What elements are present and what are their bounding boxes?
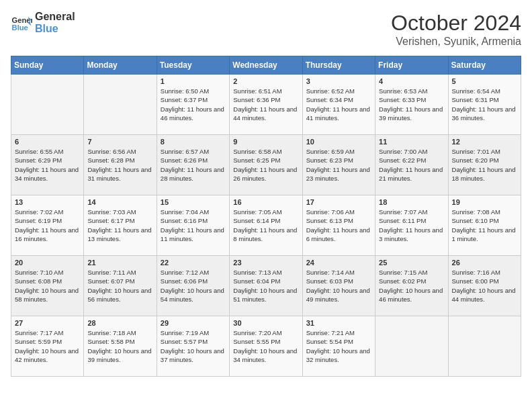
day-number: 23 xyxy=(233,259,298,267)
cell-info: Sunrise: 7:20 AM Sunset: 5:55 PM Dayligh… xyxy=(233,328,298,364)
day-number: 31 xyxy=(306,319,371,327)
cell-info: Sunrise: 6:55 AM Sunset: 6:29 PM Dayligh… xyxy=(15,147,80,183)
svg-text:Blue: Blue xyxy=(12,24,28,32)
day-number: 18 xyxy=(379,198,444,206)
cell-info: Sunrise: 7:05 AM Sunset: 6:14 PM Dayligh… xyxy=(233,208,298,243)
day-number: 20 xyxy=(15,259,80,267)
day-number: 16 xyxy=(233,198,298,206)
logo: General Blue General Blue xyxy=(11,11,75,34)
cell-info: Sunrise: 7:03 AM Sunset: 6:17 PM Dayligh… xyxy=(87,208,152,243)
day-number: 8 xyxy=(161,138,226,146)
logo-icon: General Blue xyxy=(11,12,32,34)
day-number: 14 xyxy=(87,198,152,206)
day-header-wednesday: Wednesday xyxy=(230,56,302,75)
calendar-cell xyxy=(375,316,448,377)
cell-info: Sunrise: 7:15 AM Sunset: 6:02 PM Dayligh… xyxy=(379,268,444,304)
cell-info: Sunrise: 7:17 AM Sunset: 5:59 PM Dayligh… xyxy=(15,328,80,364)
day-header-saturday: Saturday xyxy=(448,56,521,75)
cell-info: Sunrise: 6:57 AM Sunset: 6:26 PM Dayligh… xyxy=(161,147,226,183)
day-number: 9 xyxy=(233,138,298,146)
location-subtitle: Verishen, Syunik, Armenia xyxy=(391,36,521,48)
page-header: General Blue General Blue October 2024 V… xyxy=(11,11,521,48)
cell-info: Sunrise: 7:13 AM Sunset: 6:04 PM Dayligh… xyxy=(233,268,298,304)
day-number: 26 xyxy=(452,259,517,267)
calendar-cell: 30Sunrise: 7:20 AM Sunset: 5:55 PM Dayli… xyxy=(230,316,302,377)
day-number: 1 xyxy=(161,77,226,85)
week-row-4: 20Sunrise: 7:10 AM Sunset: 6:08 PM Dayli… xyxy=(11,256,521,316)
day-number: 22 xyxy=(161,259,226,267)
cell-info: Sunrise: 6:50 AM Sunset: 6:37 PM Dayligh… xyxy=(161,87,226,122)
calendar-cell: 5Sunrise: 6:54 AM Sunset: 6:31 PM Daylig… xyxy=(448,75,521,135)
cell-info: Sunrise: 7:08 AM Sunset: 6:10 PM Dayligh… xyxy=(452,208,517,243)
calendar-cell: 8Sunrise: 6:57 AM Sunset: 6:26 PM Daylig… xyxy=(157,135,229,195)
cell-info: Sunrise: 7:07 AM Sunset: 6:11 PM Dayligh… xyxy=(379,208,444,243)
calendar-cell: 17Sunrise: 7:06 AM Sunset: 6:13 PM Dayli… xyxy=(302,195,375,256)
cell-info: Sunrise: 7:14 AM Sunset: 6:03 PM Dayligh… xyxy=(306,268,371,304)
cell-info: Sunrise: 6:52 AM Sunset: 6:34 PM Dayligh… xyxy=(306,87,371,122)
day-number: 6 xyxy=(15,138,80,146)
day-number: 10 xyxy=(306,138,371,146)
calendar-cell: 25Sunrise: 7:15 AM Sunset: 6:02 PM Dayli… xyxy=(375,256,448,316)
calendar-table: SundayMondayTuesdayWednesdayThursdayFrid… xyxy=(11,56,521,377)
calendar-cell: 28Sunrise: 7:18 AM Sunset: 5:58 PM Dayli… xyxy=(84,316,157,377)
cell-info: Sunrise: 7:21 AM Sunset: 5:54 PM Dayligh… xyxy=(306,328,371,364)
calendar-cell: 3Sunrise: 6:52 AM Sunset: 6:34 PM Daylig… xyxy=(302,75,375,135)
cell-info: Sunrise: 6:51 AM Sunset: 6:36 PM Dayligh… xyxy=(233,87,298,122)
day-number: 30 xyxy=(233,319,298,327)
day-number: 5 xyxy=(452,77,517,85)
calendar-cell: 11Sunrise: 7:00 AM Sunset: 6:22 PM Dayli… xyxy=(375,135,448,195)
cell-info: Sunrise: 6:56 AM Sunset: 6:28 PM Dayligh… xyxy=(87,147,152,183)
day-header-monday: Monday xyxy=(84,56,157,75)
calendar-cell: 12Sunrise: 7:01 AM Sunset: 6:20 PM Dayli… xyxy=(448,135,521,195)
calendar-cell: 22Sunrise: 7:12 AM Sunset: 6:06 PM Dayli… xyxy=(157,256,229,316)
calendar-cell: 6Sunrise: 6:55 AM Sunset: 6:29 PM Daylig… xyxy=(11,135,84,195)
calendar-body: 1Sunrise: 6:50 AM Sunset: 6:37 PM Daylig… xyxy=(11,75,521,377)
calendar-cell: 20Sunrise: 7:10 AM Sunset: 6:08 PM Dayli… xyxy=(11,256,84,316)
calendar-cell: 29Sunrise: 7:19 AM Sunset: 5:57 PM Dayli… xyxy=(157,316,229,377)
calendar-cell: 18Sunrise: 7:07 AM Sunset: 6:11 PM Dayli… xyxy=(375,195,448,256)
cell-info: Sunrise: 7:10 AM Sunset: 6:08 PM Dayligh… xyxy=(15,268,80,304)
day-number: 4 xyxy=(379,77,444,85)
cell-info: Sunrise: 7:06 AM Sunset: 6:13 PM Dayligh… xyxy=(306,208,371,243)
week-row-2: 6Sunrise: 6:55 AM Sunset: 6:29 PM Daylig… xyxy=(11,135,521,195)
cell-info: Sunrise: 6:59 AM Sunset: 6:23 PM Dayligh… xyxy=(306,147,371,183)
cell-info: Sunrise: 6:58 AM Sunset: 6:25 PM Dayligh… xyxy=(233,147,298,183)
month-title: October 2024 xyxy=(391,11,521,36)
calendar-cell: 27Sunrise: 7:17 AM Sunset: 5:59 PM Dayli… xyxy=(11,316,84,377)
day-number: 15 xyxy=(161,198,226,206)
cell-info: Sunrise: 6:53 AM Sunset: 6:33 PM Dayligh… xyxy=(379,87,444,122)
cell-info: Sunrise: 7:18 AM Sunset: 5:58 PM Dayligh… xyxy=(87,328,152,364)
calendar-cell: 10Sunrise: 6:59 AM Sunset: 6:23 PM Dayli… xyxy=(302,135,375,195)
day-header-thursday: Thursday xyxy=(302,56,375,75)
week-row-3: 13Sunrise: 7:02 AM Sunset: 6:19 PM Dayli… xyxy=(11,195,521,256)
cell-info: Sunrise: 7:11 AM Sunset: 6:07 PM Dayligh… xyxy=(87,268,152,304)
cell-info: Sunrise: 7:16 AM Sunset: 6:00 PM Dayligh… xyxy=(452,268,517,304)
day-number: 28 xyxy=(87,319,152,327)
day-number: 24 xyxy=(306,259,371,267)
logo-blue: Blue xyxy=(35,23,75,35)
day-number: 2 xyxy=(233,77,298,85)
cell-info: Sunrise: 7:12 AM Sunset: 6:06 PM Dayligh… xyxy=(161,268,226,304)
cell-info: Sunrise: 7:02 AM Sunset: 6:19 PM Dayligh… xyxy=(15,208,80,243)
calendar-header-row: SundayMondayTuesdayWednesdayThursdayFrid… xyxy=(11,56,521,75)
calendar-cell: 4Sunrise: 6:53 AM Sunset: 6:33 PM Daylig… xyxy=(375,75,448,135)
calendar-cell: 7Sunrise: 6:56 AM Sunset: 6:28 PM Daylig… xyxy=(84,135,157,195)
calendar-cell: 31Sunrise: 7:21 AM Sunset: 5:54 PM Dayli… xyxy=(302,316,375,377)
cell-info: Sunrise: 7:19 AM Sunset: 5:57 PM Dayligh… xyxy=(161,328,226,364)
cell-info: Sunrise: 7:01 AM Sunset: 6:20 PM Dayligh… xyxy=(452,147,517,183)
logo-general: General xyxy=(35,11,75,23)
day-number: 27 xyxy=(15,319,80,327)
calendar-cell: 24Sunrise: 7:14 AM Sunset: 6:03 PM Dayli… xyxy=(302,256,375,316)
calendar-cell: 16Sunrise: 7:05 AM Sunset: 6:14 PM Dayli… xyxy=(230,195,302,256)
day-number: 11 xyxy=(379,138,444,146)
day-number: 25 xyxy=(379,259,444,267)
calendar-cell: 14Sunrise: 7:03 AM Sunset: 6:17 PM Dayli… xyxy=(84,195,157,256)
day-number: 17 xyxy=(306,198,371,206)
calendar-cell: 13Sunrise: 7:02 AM Sunset: 6:19 PM Dayli… xyxy=(11,195,84,256)
cell-info: Sunrise: 7:04 AM Sunset: 6:16 PM Dayligh… xyxy=(161,208,226,243)
calendar-cell xyxy=(11,75,84,135)
calendar-cell: 23Sunrise: 7:13 AM Sunset: 6:04 PM Dayli… xyxy=(230,256,302,316)
calendar-cell: 2Sunrise: 6:51 AM Sunset: 6:36 PM Daylig… xyxy=(230,75,302,135)
day-number: 7 xyxy=(87,138,152,146)
day-header-tuesday: Tuesday xyxy=(157,56,229,75)
